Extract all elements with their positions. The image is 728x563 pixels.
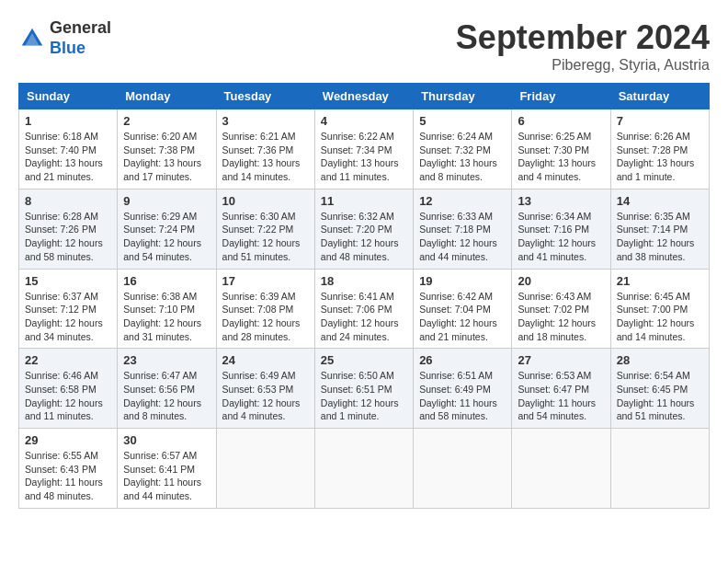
table-row xyxy=(314,429,413,509)
calendar-header-row: Sunday Monday Tuesday Wednesday Thursday… xyxy=(19,84,710,109)
day-number: 13 xyxy=(518,194,604,208)
calendar-week-row: 1 Sunrise: 6:18 AM Sunset: 7:40 PM Dayli… xyxy=(19,109,710,190)
col-wednesday: Wednesday xyxy=(314,84,413,109)
day-number: 4 xyxy=(321,114,407,128)
table-row: 2 Sunrise: 6:20 AM Sunset: 7:38 PM Dayli… xyxy=(118,109,216,190)
day-number: 24 xyxy=(222,353,309,367)
calendar-week-row: 22 Sunrise: 6:46 AM Sunset: 6:58 PM Dayl… xyxy=(19,349,710,429)
day-number: 17 xyxy=(222,274,309,288)
col-friday: Friday xyxy=(512,84,610,109)
table-row: 5 Sunrise: 6:24 AM Sunset: 7:32 PM Dayli… xyxy=(414,109,512,190)
table-row: 9 Sunrise: 6:29 AM Sunset: 7:24 PM Dayli… xyxy=(118,189,216,269)
day-number: 9 xyxy=(123,194,210,208)
day-number: 19 xyxy=(419,274,506,288)
day-number: 6 xyxy=(518,114,604,128)
day-info: Sunrise: 6:39 AM Sunset: 7:08 PM Dayligh… xyxy=(222,290,309,344)
day-info: Sunrise: 6:51 AM Sunset: 6:49 PM Dayligh… xyxy=(419,369,506,423)
day-number: 25 xyxy=(321,353,407,367)
table-row: 29 Sunrise: 6:55 AM Sunset: 6:43 PM Dayl… xyxy=(19,429,118,509)
day-info: Sunrise: 6:53 AM Sunset: 6:47 PM Dayligh… xyxy=(518,369,604,423)
day-number: 18 xyxy=(321,274,407,288)
day-info: Sunrise: 6:41 AM Sunset: 7:06 PM Dayligh… xyxy=(321,290,407,344)
table-row: 1 Sunrise: 6:18 AM Sunset: 7:40 PM Dayli… xyxy=(19,109,118,190)
day-info: Sunrise: 6:29 AM Sunset: 7:24 PM Dayligh… xyxy=(123,210,210,264)
day-info: Sunrise: 6:18 AM Sunset: 7:40 PM Dayligh… xyxy=(25,130,111,184)
table-row: 22 Sunrise: 6:46 AM Sunset: 6:58 PM Dayl… xyxy=(19,349,118,429)
day-number: 7 xyxy=(617,114,703,128)
table-row: 23 Sunrise: 6:47 AM Sunset: 6:56 PM Dayl… xyxy=(118,349,216,429)
table-row: 27 Sunrise: 6:53 AM Sunset: 6:47 PM Dayl… xyxy=(512,349,610,429)
day-info: Sunrise: 6:45 AM Sunset: 7:00 PM Dayligh… xyxy=(617,290,703,344)
col-thursday: Thursday xyxy=(414,84,512,109)
calendar-week-row: 8 Sunrise: 6:28 AM Sunset: 7:26 PM Dayli… xyxy=(19,189,710,269)
table-row: 7 Sunrise: 6:26 AM Sunset: 7:28 PM Dayli… xyxy=(610,109,709,190)
day-number: 8 xyxy=(25,194,111,208)
day-info: Sunrise: 6:21 AM Sunset: 7:36 PM Dayligh… xyxy=(222,130,309,184)
table-row: 30 Sunrise: 6:57 AM Sunset: 6:41 PM Dayl… xyxy=(118,429,216,509)
table-row xyxy=(414,429,512,509)
table-row: 16 Sunrise: 6:38 AM Sunset: 7:10 PM Dayl… xyxy=(118,269,216,349)
table-row xyxy=(512,429,610,509)
day-number: 26 xyxy=(419,353,506,367)
table-row: 21 Sunrise: 6:45 AM Sunset: 7:00 PM Dayl… xyxy=(610,269,709,349)
calendar-table: Sunday Monday Tuesday Wednesday Thursday… xyxy=(18,83,710,509)
day-info: Sunrise: 6:33 AM Sunset: 7:18 PM Dayligh… xyxy=(419,210,506,264)
day-info: Sunrise: 6:22 AM Sunset: 7:34 PM Dayligh… xyxy=(321,130,407,184)
day-number: 16 xyxy=(123,274,210,288)
table-row: 25 Sunrise: 6:50 AM Sunset: 6:51 PM Dayl… xyxy=(314,349,413,429)
day-number: 30 xyxy=(123,433,210,447)
table-row: 4 Sunrise: 6:22 AM Sunset: 7:34 PM Dayli… xyxy=(314,109,413,190)
table-row xyxy=(610,429,709,509)
day-number: 2 xyxy=(123,114,210,128)
day-info: Sunrise: 6:25 AM Sunset: 7:30 PM Dayligh… xyxy=(518,130,604,184)
day-info: Sunrise: 6:32 AM Sunset: 7:20 PM Dayligh… xyxy=(321,210,407,264)
day-info: Sunrise: 6:24 AM Sunset: 7:32 PM Dayligh… xyxy=(419,130,506,184)
day-info: Sunrise: 6:43 AM Sunset: 7:02 PM Dayligh… xyxy=(518,290,604,344)
table-row: 8 Sunrise: 6:28 AM Sunset: 7:26 PM Dayli… xyxy=(19,189,118,269)
table-row: 24 Sunrise: 6:49 AM Sunset: 6:53 PM Dayl… xyxy=(216,349,314,429)
month-title: September 2024 xyxy=(456,18,710,57)
day-info: Sunrise: 6:49 AM Sunset: 6:53 PM Dayligh… xyxy=(222,369,309,423)
day-info: Sunrise: 6:38 AM Sunset: 7:10 PM Dayligh… xyxy=(123,290,210,344)
day-number: 28 xyxy=(617,353,703,367)
logo-blue-text: Blue xyxy=(50,39,111,59)
day-number: 11 xyxy=(321,194,407,208)
col-monday: Monday xyxy=(118,84,216,109)
day-number: 22 xyxy=(25,353,111,367)
day-info: Sunrise: 6:37 AM Sunset: 7:12 PM Dayligh… xyxy=(25,290,111,344)
day-info: Sunrise: 6:47 AM Sunset: 6:56 PM Dayligh… xyxy=(123,369,210,423)
day-info: Sunrise: 6:57 AM Sunset: 6:41 PM Dayligh… xyxy=(123,449,210,503)
table-row: 14 Sunrise: 6:35 AM Sunset: 7:14 PM Dayl… xyxy=(610,189,709,269)
day-number: 27 xyxy=(518,353,604,367)
day-info: Sunrise: 6:30 AM Sunset: 7:22 PM Dayligh… xyxy=(222,210,309,264)
day-info: Sunrise: 6:42 AM Sunset: 7:04 PM Dayligh… xyxy=(419,290,506,344)
day-number: 15 xyxy=(25,274,111,288)
day-info: Sunrise: 6:20 AM Sunset: 7:38 PM Dayligh… xyxy=(123,130,210,184)
table-row: 13 Sunrise: 6:34 AM Sunset: 7:16 PM Dayl… xyxy=(512,189,610,269)
calendar-week-row: 29 Sunrise: 6:55 AM Sunset: 6:43 PM Dayl… xyxy=(19,429,710,509)
table-row: 20 Sunrise: 6:43 AM Sunset: 7:02 PM Dayl… xyxy=(512,269,610,349)
day-number: 1 xyxy=(25,114,111,128)
table-row: 3 Sunrise: 6:21 AM Sunset: 7:36 PM Dayli… xyxy=(216,109,314,190)
day-info: Sunrise: 6:50 AM Sunset: 6:51 PM Dayligh… xyxy=(321,369,407,423)
table-row: 28 Sunrise: 6:54 AM Sunset: 6:45 PM Dayl… xyxy=(610,349,709,429)
day-number: 14 xyxy=(617,194,703,208)
day-number: 12 xyxy=(419,194,506,208)
day-info: Sunrise: 6:35 AM Sunset: 7:14 PM Dayligh… xyxy=(617,210,703,264)
table-row: 15 Sunrise: 6:37 AM Sunset: 7:12 PM Dayl… xyxy=(19,269,118,349)
table-row: 26 Sunrise: 6:51 AM Sunset: 6:49 PM Dayl… xyxy=(414,349,512,429)
day-info: Sunrise: 6:34 AM Sunset: 7:16 PM Dayligh… xyxy=(518,210,604,264)
table-row: 12 Sunrise: 6:33 AM Sunset: 7:18 PM Dayl… xyxy=(414,189,512,269)
col-saturday: Saturday xyxy=(610,84,709,109)
day-info: Sunrise: 6:46 AM Sunset: 6:58 PM Dayligh… xyxy=(25,369,111,423)
page-header: General Blue September 2024 Piberegg, St… xyxy=(18,18,710,74)
table-row: 10 Sunrise: 6:30 AM Sunset: 7:22 PM Dayl… xyxy=(216,189,314,269)
day-info: Sunrise: 6:26 AM Sunset: 7:28 PM Dayligh… xyxy=(617,130,703,184)
day-info: Sunrise: 6:55 AM Sunset: 6:43 PM Dayligh… xyxy=(25,449,111,503)
day-info: Sunrise: 6:54 AM Sunset: 6:45 PM Dayligh… xyxy=(617,369,703,423)
calendar-week-row: 15 Sunrise: 6:37 AM Sunset: 7:12 PM Dayl… xyxy=(19,269,710,349)
day-number: 5 xyxy=(419,114,506,128)
logo: General Blue xyxy=(18,18,111,58)
day-info: Sunrise: 6:28 AM Sunset: 7:26 PM Dayligh… xyxy=(25,210,111,264)
day-number: 3 xyxy=(222,114,309,128)
